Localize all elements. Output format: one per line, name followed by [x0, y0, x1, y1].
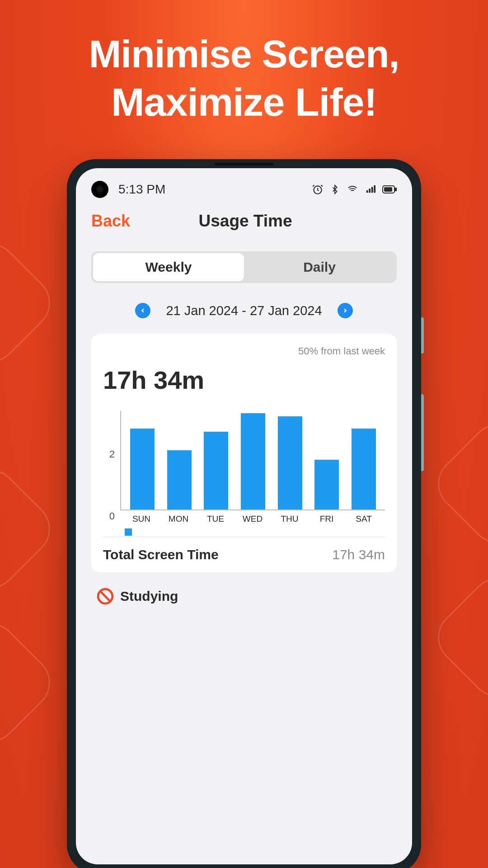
chart-y-axis: 02	[103, 411, 119, 510]
chevron-right-icon	[342, 307, 348, 314]
studying-section-header: Studying	[91, 585, 397, 608]
next-week-button[interactable]	[338, 303, 353, 318]
battery-icon	[382, 185, 397, 194]
chart-bar[interactable]	[349, 429, 379, 509]
date-navigator: 21 Jan 2024 - 27 Jan 2024	[91, 303, 397, 318]
app-header: Back Usage Time	[76, 204, 412, 241]
decoration-shape	[427, 567, 488, 708]
hero-tagline: Minimise Screen, Maximize Life!	[0, 0, 488, 125]
camera-cutout	[91, 181, 108, 198]
page-title: Usage Time	[94, 212, 397, 231]
weekly-usage-chart: 02 SUNMONTUEWEDTHUFRISAT	[103, 411, 385, 528]
phone-power-button	[421, 317, 424, 354]
chart-legend-swatch	[125, 528, 132, 536]
prev-week-button[interactable]	[135, 303, 150, 318]
chart-x-axis: SUNMONTUEWEDTHUFRISAT	[120, 514, 385, 524]
status-time: 5:13 PM	[118, 182, 165, 197]
decoration-shape	[0, 612, 61, 753]
svg-rect-3	[371, 187, 373, 193]
chart-x-tick: WED	[238, 514, 267, 524]
phone-volume-button	[421, 394, 424, 471]
status-icons	[312, 184, 397, 195]
svg-rect-4	[374, 185, 375, 193]
usage-summary-card: 50% from last week 17h 34m 02 SUNMONTUEW…	[91, 334, 397, 572]
hero-line-2: Maximize Life!	[0, 79, 488, 125]
signal-icon	[365, 184, 376, 194]
svg-line-9	[100, 591, 110, 601]
chart-x-tick: SAT	[349, 514, 379, 524]
chart-x-tick: SUN	[127, 514, 156, 524]
chart-bar[interactable]	[275, 416, 305, 509]
chart-bar[interactable]	[201, 432, 231, 509]
phone-speaker	[215, 163, 273, 165]
svg-rect-7	[384, 187, 392, 192]
chart-bar[interactable]	[164, 450, 194, 509]
chart-x-tick: TUE	[201, 514, 230, 524]
total-screen-time-row: Total Screen Time 17h 34m	[103, 537, 385, 562]
prohibit-icon	[97, 588, 114, 605]
chart-x-tick: THU	[275, 514, 305, 524]
decoration-shape	[427, 413, 488, 554]
chart-x-tick: FRI	[312, 514, 342, 524]
wifi-icon	[346, 184, 359, 194]
total-screen-time-label: Total Screen Time	[103, 547, 219, 562]
chart-bar[interactable]	[238, 413, 268, 509]
svg-rect-6	[395, 188, 396, 191]
tab-weekly[interactable]: Weekly	[93, 253, 244, 281]
compare-last-week: 50% from last week	[103, 345, 385, 357]
status-bar: 5:13 PM	[76, 168, 412, 204]
svg-rect-1	[366, 190, 368, 193]
bluetooth-icon	[330, 184, 340, 195]
decoration-shape	[0, 458, 61, 599]
total-screen-time-value: 17h 34m	[332, 547, 385, 562]
chart-bars-area	[120, 411, 385, 510]
hero-line-1: Minimise Screen,	[0, 32, 488, 76]
chart-bar[interactable]	[312, 460, 342, 509]
phone-frame: 5:13 PM Back Usage Time Weekly Daily	[67, 159, 421, 868]
svg-rect-2	[369, 189, 371, 193]
total-usage-time: 17h 34m	[103, 365, 385, 395]
alarm-icon	[312, 184, 324, 195]
tab-daily[interactable]: Daily	[244, 253, 395, 281]
period-toggle: Weekly Daily	[91, 251, 397, 283]
studying-title: Studying	[120, 589, 178, 604]
chevron-left-icon	[140, 307, 146, 314]
date-range-label: 21 Jan 2024 - 27 Jan 2024	[166, 303, 322, 318]
chart-bar[interactable]	[127, 429, 157, 509]
phone-screen: 5:13 PM Back Usage Time Weekly Daily	[76, 168, 412, 864]
chart-x-tick: MON	[164, 514, 193, 524]
decoration-shape	[0, 232, 61, 373]
